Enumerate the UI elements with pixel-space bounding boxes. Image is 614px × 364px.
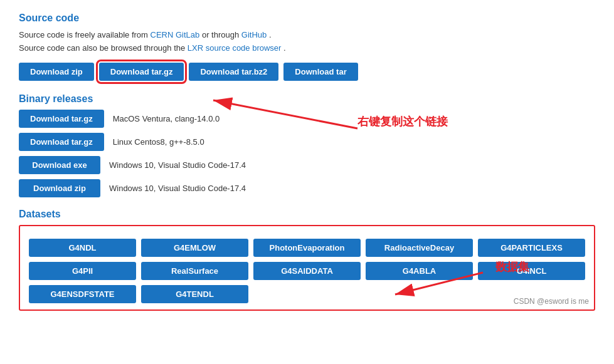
dataset-btn-photonevaporation[interactable]: PhotonEvaporation — [253, 239, 361, 257]
dataset-btn-g4particlexs[interactable]: G4PARTICLEXS — [478, 239, 585, 257]
dataset-btn-g4ndl[interactable]: G4NDL — [29, 239, 136, 257]
source-code-section: Source code Source code is freely availa… — [19, 13, 595, 81]
binary-desc-1: MacOS Ventura, clang-14.0.0 — [113, 114, 220, 123]
dataset-btn-g4incl[interactable]: G4INCL — [478, 262, 585, 280]
download-tarbz2-btn[interactable]: Download tar.bz2 — [189, 63, 278, 81]
dataset-btn-g4saiddata[interactable]: G4SAIDDATA — [253, 262, 361, 280]
download-zip-btn[interactable]: Download zip — [19, 63, 94, 81]
binary-row-3: Download exe Windows 10, Visual Studio C… — [19, 156, 595, 174]
binary-row-4: Download zip Windows 10, Visual Studio C… — [19, 179, 595, 197]
github-link[interactable]: GitHub — [241, 30, 267, 39]
binary-desc-2: Linux Centos8, g++-8.5.0 — [113, 137, 204, 147]
dataset-btn-g4abla[interactable]: G4ABLA — [366, 262, 473, 280]
datasets-wrapper: Datasets G4NDL G4EMLOW PhotonEvaporation… — [19, 209, 595, 311]
dataset-btn-g4pii[interactable]: G4PII — [29, 262, 136, 280]
datasets-section: G4NDL G4EMLOW PhotonEvaporation Radioact… — [19, 225, 595, 311]
binary-btn-3[interactable]: Download exe — [19, 156, 100, 174]
binary-row-1: Download tar.gz MacOS Ventura, clang-14.… — [19, 110, 595, 128]
binary-desc-3: Windows 10, Visual Studio Code-17.4 — [109, 160, 246, 170]
lxr-link[interactable]: LXR source code browser — [188, 43, 282, 53]
dataset-btn-g4ensdfstate[interactable]: G4ENSDFSTATE — [29, 285, 136, 303]
source-code-desc1: Source code is freely available from CER… — [19, 29, 595, 55]
dataset-btn-g4tendl[interactable]: G4TENDL — [141, 285, 248, 303]
cern-gitlab-link[interactable]: CERN GitLab — [151, 30, 200, 39]
binary-row-2: Download tar.gz Linux Centos8, g++-8.5.0 — [19, 133, 595, 151]
source-code-title: Source code — [19, 13, 595, 24]
binary-releases-title: Binary releases — [19, 93, 595, 105]
datasets-grid: G4NDL G4EMLOW PhotonEvaporation Radioact… — [29, 239, 585, 303]
download-tar-btn[interactable]: Download tar — [283, 63, 357, 81]
binary-btn-4[interactable]: Download zip — [19, 179, 100, 197]
binary-releases-section: Binary releases Download tar.gz MacOS Ve… — [19, 93, 595, 197]
binary-btn-1[interactable]: Download tar.gz — [19, 110, 104, 128]
download-targz-btn[interactable]: Download tar.gz — [99, 63, 184, 81]
binary-desc-4: Windows 10, Visual Studio Code-17.4 — [109, 184, 246, 193]
dataset-btn-radioactivedecay[interactable]: RadioactiveDecay — [366, 239, 473, 257]
datasets-title: Datasets — [19, 209, 595, 220]
binary-rows: Download tar.gz MacOS Ventura, clang-14.… — [19, 110, 595, 197]
dataset-btn-realsurface[interactable]: RealSurface — [141, 262, 248, 280]
dataset-btn-g4emlow[interactable]: G4EMLOW — [141, 239, 248, 257]
watermark: CSDN @esword is me — [514, 297, 589, 306]
binary-btn-2[interactable]: Download tar.gz — [19, 133, 104, 151]
source-code-buttons: Download zip Download tar.gz Download ta… — [19, 63, 595, 81]
